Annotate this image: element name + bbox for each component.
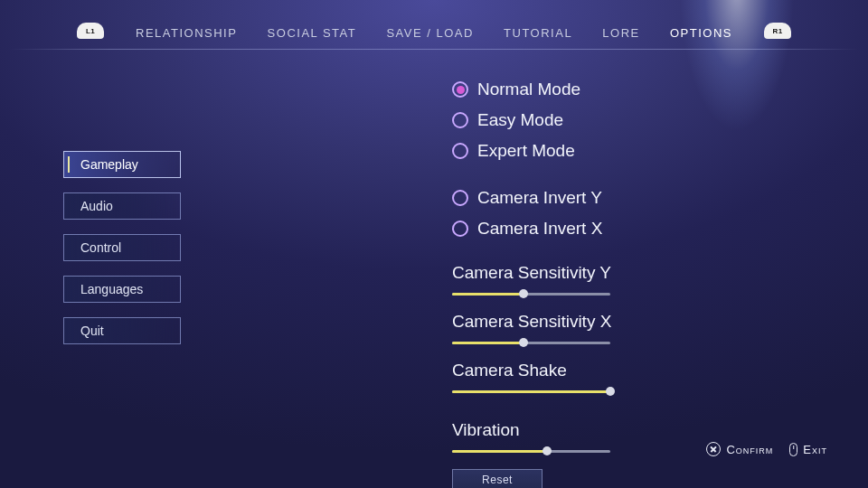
slider-label: Vibration xyxy=(452,420,732,440)
sidebar-item-languages[interactable]: Languages xyxy=(63,276,181,303)
radio-icon xyxy=(452,112,468,128)
toggle-camera-invert-x[interactable]: Camera Invert X xyxy=(452,216,732,241)
reset-button[interactable]: Reset xyxy=(452,469,542,488)
mouse-icon xyxy=(789,443,797,456)
sidebar-item-quit[interactable]: Quit xyxy=(63,317,181,344)
slider-label: Camera Shake xyxy=(452,361,732,380)
radio-easy-mode[interactable]: Easy Mode xyxy=(452,108,732,133)
slider-vibration: Vibration xyxy=(452,420,732,456)
top-divider xyxy=(9,49,859,50)
sidebar-item-gameplay[interactable]: Gameplay xyxy=(63,151,181,178)
slider-label: Camera Sensitivity X xyxy=(452,312,732,332)
footer-hints: Confirm Exit xyxy=(706,442,827,456)
slider-camera-shake: Camera Shake xyxy=(452,361,732,397)
hint-confirm: Confirm xyxy=(706,442,773,456)
hint-label: Confirm xyxy=(726,443,773,456)
slider-track[interactable] xyxy=(452,288,610,299)
sidebar-item-control[interactable]: Control xyxy=(63,234,181,261)
radio-label: Easy Mode xyxy=(477,110,563,130)
gameplay-options-panel: Normal Mode Easy Mode Expert Mode Camera… xyxy=(452,77,732,488)
radio-icon xyxy=(452,221,468,237)
radio-icon xyxy=(452,190,468,206)
slider-camera-sensitivity-x: Camera Sensitivity X xyxy=(452,312,732,348)
shoulder-l1[interactable]: L1 xyxy=(77,23,104,39)
radio-icon xyxy=(452,143,468,159)
tab-lore[interactable]: LORE xyxy=(602,26,639,40)
hint-exit: Exit xyxy=(789,443,827,456)
shoulder-r1[interactable]: R1 xyxy=(764,23,791,39)
cross-button-icon xyxy=(706,442,721,456)
tab-options[interactable]: OPTIONS xyxy=(670,26,732,40)
tab-save-load[interactable]: SAVE / LOAD xyxy=(386,26,473,40)
tab-relationship[interactable]: RELATIONSHIP xyxy=(136,26,237,40)
hint-label: Exit xyxy=(803,443,827,456)
top-tab-bar: RELATIONSHIP SOCIAL STAT SAVE / LOAD TUT… xyxy=(136,26,732,40)
slider-track[interactable] xyxy=(452,446,610,456)
radio-icon xyxy=(452,81,468,98)
slider-track[interactable] xyxy=(452,337,610,348)
radio-expert-mode[interactable]: Expert Mode xyxy=(452,138,732,164)
radio-normal-mode[interactable]: Normal Mode xyxy=(452,77,732,102)
tab-social-stat[interactable]: SOCIAL STAT xyxy=(268,26,357,40)
options-sidebar: Gameplay Audio Control Languages Quit xyxy=(63,151,181,344)
radio-label: Expert Mode xyxy=(477,141,575,161)
sidebar-item-audio[interactable]: Audio xyxy=(63,192,181,220)
radio-label: Normal Mode xyxy=(477,80,580,99)
toggle-label: Camera Invert X xyxy=(477,219,602,239)
toggle-label: Camera Invert Y xyxy=(477,188,602,208)
tab-tutorial[interactable]: TUTORIAL xyxy=(504,26,572,40)
slider-track[interactable] xyxy=(452,386,610,397)
toggle-camera-invert-y[interactable]: Camera Invert Y xyxy=(452,185,732,211)
slider-label: Camera Sensitivity Y xyxy=(452,263,732,283)
slider-camera-sensitivity-y: Camera Sensitivity Y xyxy=(452,263,732,299)
